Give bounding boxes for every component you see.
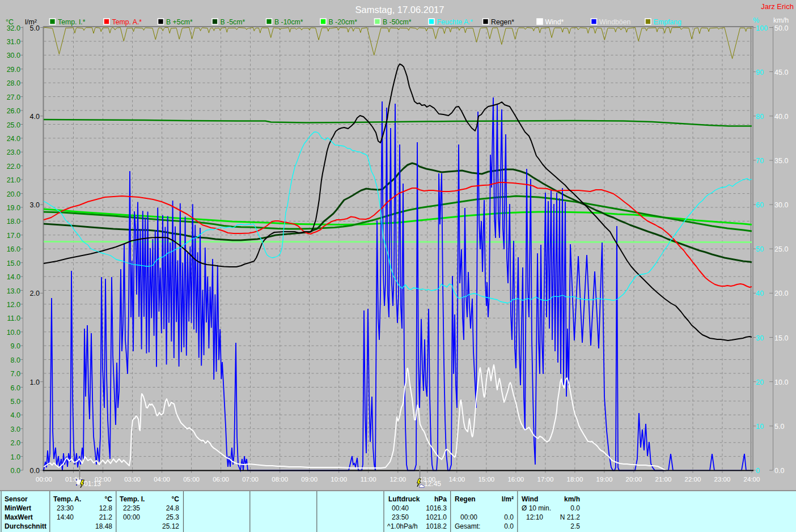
svg-text:1.0: 1.0 xyxy=(11,453,20,461)
svg-text:Feuchte A.*: Feuchte A.* xyxy=(437,18,473,26)
svg-text:19:00: 19:00 xyxy=(596,476,613,483)
svg-text:1018.2: 1018.2 xyxy=(426,522,447,530)
svg-text:°C: °C xyxy=(105,495,113,503)
svg-text:06:00: 06:00 xyxy=(213,476,229,483)
svg-text:Windböen: Windböen xyxy=(599,18,631,26)
svg-text:20.0: 20.0 xyxy=(774,290,788,297)
svg-text:Ø 10 min.: Ø 10 min. xyxy=(522,504,551,512)
svg-text:00:00: 00:00 xyxy=(460,513,477,521)
svg-text:20:00: 20:00 xyxy=(626,476,642,483)
svg-text:22.0: 22.0 xyxy=(7,163,20,171)
svg-text:16:00: 16:00 xyxy=(507,476,524,483)
svg-text:Regen*: Regen* xyxy=(491,18,514,26)
svg-text:09:00: 09:00 xyxy=(301,476,317,483)
svg-text:00:00: 00:00 xyxy=(123,513,140,521)
svg-text:25.12: 25.12 xyxy=(162,522,179,530)
svg-text:B -10cm*: B -10cm* xyxy=(274,18,303,26)
svg-text:hPa: hPa xyxy=(434,495,447,503)
svg-text:22:00: 22:00 xyxy=(685,476,701,483)
svg-text:90: 90 xyxy=(756,69,764,76)
svg-text:100: 100 xyxy=(756,24,768,32)
svg-text:21.2: 21.2 xyxy=(99,513,113,521)
svg-text:15.0: 15.0 xyxy=(774,334,788,342)
svg-text:29.0: 29.0 xyxy=(7,66,20,74)
svg-text:2.5: 2.5 xyxy=(570,522,580,530)
svg-text:0.0: 0.0 xyxy=(570,504,580,512)
svg-text:18.0: 18.0 xyxy=(7,218,20,225)
svg-text:Wind: Wind xyxy=(522,495,538,503)
svg-text:19.0: 19.0 xyxy=(7,204,20,212)
svg-text:24.8: 24.8 xyxy=(166,504,180,512)
svg-text:50.0: 50.0 xyxy=(774,24,788,32)
svg-text:24.0: 24.0 xyxy=(7,135,20,143)
svg-text:B -20cm*: B -20cm* xyxy=(329,18,358,26)
svg-text:l/m²: l/m² xyxy=(502,495,514,503)
svg-text:23:50: 23:50 xyxy=(392,513,409,521)
svg-text:13.0: 13.0 xyxy=(7,287,20,295)
svg-text:%: % xyxy=(753,16,759,24)
svg-text:B +5cm*: B +5cm* xyxy=(166,18,193,26)
svg-text:3.0: 3.0 xyxy=(11,425,20,433)
svg-text:8.0: 8.0 xyxy=(11,356,20,364)
svg-text:10.0: 10.0 xyxy=(774,378,788,386)
svg-text:17.0: 17.0 xyxy=(7,232,20,240)
svg-text:30: 30 xyxy=(756,334,764,342)
svg-text:26.0: 26.0 xyxy=(7,107,20,115)
svg-text:0: 0 xyxy=(756,467,760,475)
svg-text:9.0: 9.0 xyxy=(11,342,20,350)
svg-text:5.0: 5.0 xyxy=(774,423,784,431)
svg-text:14:00: 14:00 xyxy=(448,476,465,483)
svg-text:23.0: 23.0 xyxy=(7,148,20,156)
svg-text:3.0: 3.0 xyxy=(30,201,40,209)
svg-text:Regen: Regen xyxy=(455,495,476,503)
svg-text:Empfang: Empfang xyxy=(654,18,681,26)
svg-text:Temp. I.*: Temp. I.* xyxy=(58,18,86,26)
svg-text:17:00: 17:00 xyxy=(537,476,554,483)
svg-text:05:00: 05:00 xyxy=(183,476,200,483)
svg-text:20.0: 20.0 xyxy=(7,190,20,198)
svg-text:N 21.2: N 21.2 xyxy=(560,513,581,521)
svg-text:0.0: 0.0 xyxy=(504,513,514,521)
svg-text:2.0: 2.0 xyxy=(30,290,40,297)
svg-text:27.0: 27.0 xyxy=(7,93,20,101)
svg-text:25.3: 25.3 xyxy=(166,513,180,521)
svg-text:km/h: km/h xyxy=(773,16,789,24)
svg-text:40: 40 xyxy=(756,290,764,297)
svg-text:20: 20 xyxy=(756,378,764,386)
svg-text:B -5cm*: B -5cm* xyxy=(221,18,245,26)
svg-text:^1.0hPa/h: ^1.0hPa/h xyxy=(387,522,418,530)
svg-text:07:00: 07:00 xyxy=(242,476,259,483)
svg-text:08:00: 08:00 xyxy=(272,476,288,483)
svg-text:15.0: 15.0 xyxy=(7,259,20,267)
svg-text:24:00: 24:00 xyxy=(744,476,760,483)
svg-text:Durchschnitt: Durchschnitt xyxy=(5,522,46,530)
svg-text:70: 70 xyxy=(756,157,764,165)
svg-text:Temp. A.*: Temp. A.* xyxy=(112,18,142,26)
svg-text:6.0: 6.0 xyxy=(11,384,20,392)
svg-text:00:00: 00:00 xyxy=(36,476,52,483)
svg-text:1016.3: 1016.3 xyxy=(426,504,447,512)
svg-text:°C: °C xyxy=(6,18,14,26)
svg-text:MinWert: MinWert xyxy=(5,504,31,512)
svg-text:12.8: 12.8 xyxy=(99,504,113,512)
svg-text:21.0: 21.0 xyxy=(7,176,20,184)
svg-text:1.0: 1.0 xyxy=(30,378,40,386)
svg-text:0.0: 0.0 xyxy=(774,467,784,475)
svg-text:12:45: 12:45 xyxy=(424,480,441,488)
svg-text:5.0: 5.0 xyxy=(11,398,20,406)
svg-text:0.0: 0.0 xyxy=(11,467,20,475)
svg-text:45.0: 45.0 xyxy=(774,69,788,76)
svg-text:80: 80 xyxy=(756,113,764,121)
svg-text:1021.0: 1021.0 xyxy=(426,513,447,521)
svg-text:l/m²: l/m² xyxy=(25,18,37,26)
svg-text:Luftdruck: Luftdruck xyxy=(388,495,420,503)
svg-text:14.0: 14.0 xyxy=(7,273,20,281)
svg-text:14:40: 14:40 xyxy=(57,513,74,521)
svg-text:12.0: 12.0 xyxy=(7,301,20,309)
svg-text:Sensor: Sensor xyxy=(5,495,28,503)
svg-text:2.0: 2.0 xyxy=(11,439,20,447)
svg-text:7.0: 7.0 xyxy=(11,370,20,378)
svg-text:60: 60 xyxy=(756,201,764,209)
svg-text:Wind*: Wind* xyxy=(545,18,564,26)
svg-text:21:00: 21:00 xyxy=(655,476,672,483)
